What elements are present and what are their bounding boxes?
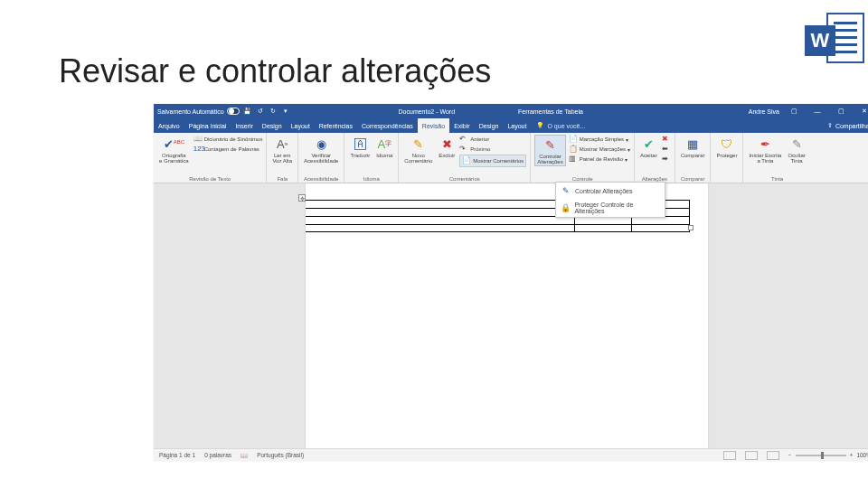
pane-icon: ▥ [569,155,578,164]
group-protect: 🛡 Proteger [711,133,743,183]
protect-label: Proteger [716,153,737,158]
spell-status-icon[interactable]: 📖 [241,452,248,459]
hide-ink-button[interactable]: ✎ Ocultar Tinta [786,135,807,164]
tab-table-layout[interactable]: Layout [503,118,531,133]
save-icon[interactable]: 💾 [243,107,252,116]
language-indicator[interactable]: Português (Brasil) [257,452,304,458]
share-button[interactable]: ⇪ Compartilhar [822,118,868,133]
word-count[interactable]: 0 palavras [204,452,231,458]
accessibility-icon: ◉ [313,136,329,152]
thesaurus-label: Dicionário de Sinônimos [204,136,263,142]
chevron-down-icon: ▾ [627,146,630,153]
dropdown-lock-tracking[interactable]: 🔒 Proteger Controle de Alterações [556,199,665,217]
tell-me-search[interactable]: 💡 O que você... [531,118,590,133]
reviewing-pane-button[interactable]: ▥Painel de Revisão▾ [569,155,630,164]
markup-view-icon: 📄 [569,135,578,144]
ribbon: ✔ABC Ortografia e Gramática 📖Dicionário … [154,133,868,183]
thesaurus-button[interactable]: 📖Dicionário de Sinônimos [193,135,263,144]
status-bar: Página 1 de 1 0 palavras 📖 Português (Br… [154,448,868,461]
display-label: Marcação Simples [580,136,624,142]
show-markup-button[interactable]: 📋Mostrar Marcações▾ [569,145,630,154]
dropdown-track-changes[interactable]: ✎ Controlar Alterações [556,183,665,199]
zoom-slider[interactable] [796,455,846,456]
minimize-button[interactable]: — [808,104,826,118]
compare-button[interactable]: ▦ Comparar [679,135,707,159]
tab-correspondencias[interactable]: Correspondências [357,118,418,133]
document-area[interactable]: ✥ [154,183,868,448]
group-ink-label: Tinta [747,176,807,183]
delete-comment-label: Excluir [439,153,455,158]
protect-icon: 🛡 [719,136,735,152]
zoom-percent[interactable]: 100% [856,452,868,458]
check-accessibility-button[interactable]: ◉ Verificar Acessibilidade [302,135,340,164]
reject-button[interactable]: ✖ [662,135,671,144]
maximize-button[interactable]: ▢ [832,104,850,118]
read-aloud-button[interactable]: A» Ler em Voz Alta [270,135,294,164]
table-resize-handle-icon[interactable] [688,225,693,230]
group-ink: ✒ Iniciar Escrita a Tinta ✎ Ocultar Tint… [743,133,810,183]
protect-button[interactable]: 🛡 Proteger [714,135,739,159]
share-icon: ⇪ [827,122,833,129]
start-ink-button[interactable]: ✒ Iniciar Escrita a Tinta [747,135,783,164]
tab-revisao[interactable]: Revisão [418,118,449,133]
spelling-button[interactable]: ✔ABC Ortografia e Gramática [157,135,191,164]
document-page[interactable]: ✥ [306,183,708,448]
zoom-control[interactable]: − + 100% [788,452,868,458]
read-mode-button[interactable] [723,451,736,460]
zoom-out-icon[interactable]: − [788,452,792,458]
delete-comment-button[interactable]: ✖ Excluir [437,135,457,159]
tab-arquivo[interactable]: Arquivo [154,118,184,133]
qat-customize-icon[interactable]: ▾ [281,107,290,116]
lightbulb-icon: 💡 [536,122,544,129]
next-comment-label: Próximo [470,146,490,152]
group-tracking: ✎ Controlar Alterações 📄Marcação Simples… [531,133,635,183]
tab-layout[interactable]: Layout [287,118,315,133]
group-compare: ▦ Comparar Comparar [675,133,712,183]
new-comment-button[interactable]: ✎ Novo Comentário [402,135,434,164]
dropdown-item-label: Proteger Controle de Alterações [574,202,660,214]
accept-icon: ✔ [640,136,656,152]
zoom-in-icon[interactable]: + [850,452,854,458]
thesaurus-icon: 📖 [193,135,203,144]
autosave-toggle[interactable]: Salvamento Automático [157,108,240,115]
track-changes-button[interactable]: ✎ Controlar Alterações [534,135,565,166]
redo-icon[interactable]: ↻ [269,107,278,116]
tab-inserir[interactable]: Inserir [231,118,257,133]
accept-button[interactable]: ✔ Aceitar [638,135,659,159]
word-logo-badge: W [805,25,835,56]
display-for-review[interactable]: 📄Marcação Simples▾ [569,135,630,144]
prev-change-button[interactable]: ⬅ [662,145,671,154]
group-accessibility-label: Acessibilidade [302,176,340,183]
tab-table-design[interactable]: Design [475,118,504,133]
tab-referencias[interactable]: Referências [315,118,357,133]
undo-icon[interactable]: ↺ [256,107,265,116]
toggle-switch-icon[interactable] [227,108,240,115]
prev-comment-label: Anterior [470,136,489,142]
show-comments-icon: 📄 [462,156,471,165]
next-change-button[interactable]: ➡ [662,155,671,164]
next-comment-button[interactable]: ↷Próximo [459,145,526,154]
delete-comment-icon: ✖ [439,136,455,152]
translate-button[interactable]: 🄰 Traduzir [348,135,372,159]
wordcount-button[interactable]: 123Contagem de Palavras [193,145,263,154]
print-layout-button[interactable] [745,451,758,460]
translate-icon: 🄰 [352,136,368,152]
prev-comment-button[interactable]: ↶Anterior [459,135,526,144]
tab-pagina-inicial[interactable]: Página Inicial [184,118,231,133]
ribbon-options-icon[interactable]: ▢ [785,104,803,118]
group-proofing: ✔ABC Ortografia e Gramática 📖Dicionário … [154,133,267,183]
table-row[interactable] [306,224,690,232]
web-layout-button[interactable] [767,451,779,460]
show-markup-icon: 📋 [569,145,578,154]
user-name[interactable]: Andre Siva [749,108,779,115]
show-comments-button[interactable]: 📄Mostrar Comentários [459,155,526,167]
language-button[interactable]: A字 Idioma [374,135,394,159]
track-changes-icon: ✎ [561,185,571,196]
close-button[interactable]: ✕ [855,104,868,118]
prev-comment-icon: ↶ [459,135,468,144]
tab-exibir[interactable]: Exibir [449,118,475,133]
tab-design[interactable]: Design [258,118,287,133]
page-indicator[interactable]: Página 1 de 1 [159,452,195,458]
table-move-handle-icon[interactable]: ✥ [298,194,306,202]
hide-ink-label: Ocultar Tinta [788,153,805,164]
